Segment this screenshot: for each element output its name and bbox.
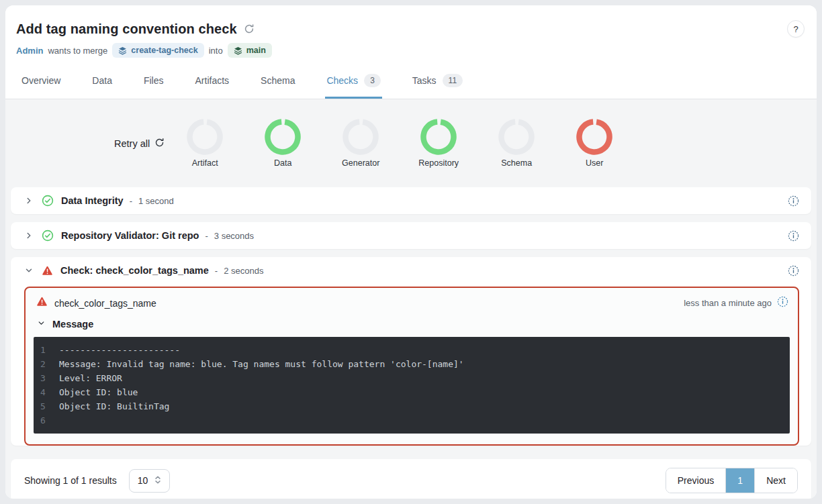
tab-checks[interactable]: Checks 3 — [325, 72, 381, 99]
previous-page-button[interactable]: Previous — [666, 468, 725, 493]
gauge-label: Schema — [501, 158, 532, 168]
retry-row: Retry all Artifact Data Generator — [11, 99, 811, 187]
chevron-right-icon[interactable] — [24, 231, 34, 240]
check-error-panel: check_color_tags_name less than a minute… — [24, 287, 799, 446]
info-icon[interactable] — [788, 230, 799, 242]
error-log-code-block[interactable]: 1----------------------- 2Message: Inval… — [34, 337, 790, 434]
stepper-icon — [154, 475, 161, 487]
line-text: Message: Invalid tag name: blue. Tag nam… — [59, 357, 464, 371]
check-title: Data Integrity — [61, 195, 124, 206]
merge-text: wants to merge — [48, 46, 107, 56]
check-row-header[interactable]: Data Integrity - 1 second — [11, 187, 811, 214]
checks-panel: Retry all Artifact Data Generator — [5, 99, 817, 499]
tab-label: Overview — [21, 75, 60, 86]
message-section-toggle[interactable]: Message — [26, 315, 798, 337]
chevron-down-icon — [37, 318, 46, 330]
page-size-select[interactable]: 10 — [129, 469, 171, 493]
chevron-right-icon[interactable] — [24, 196, 34, 205]
help-button[interactable]: ? — [787, 20, 805, 38]
check-row-data-integrity: Data Integrity - 1 second — [11, 187, 811, 214]
author-link[interactable]: Admin — [16, 46, 43, 56]
line-number: 5 — [40, 399, 51, 413]
info-icon[interactable] — [788, 265, 799, 276]
gauge-artifact[interactable]: Artifact — [166, 119, 244, 168]
gauge-label: Generator — [342, 158, 379, 168]
gauge-schema[interactable]: Schema — [477, 119, 555, 168]
info-icon[interactable] — [788, 195, 799, 207]
line-number: 2 — [40, 357, 51, 371]
check-row-color-tags: Check: check_color_tags_name - 2 seconds… — [11, 257, 811, 446]
progress-ring-icon — [187, 119, 223, 155]
check-duration: 1 second — [138, 196, 174, 206]
tasks-count-badge: 11 — [443, 74, 463, 87]
warning-triangle-icon — [36, 297, 48, 309]
tab-bar: Overview Data Files Artifacts Schema Che… — [5, 72, 817, 99]
line-text: Level: ERROR — [59, 371, 122, 385]
gauge-label: Repository — [418, 158, 459, 168]
line-number: 4 — [40, 385, 51, 399]
gauge-data[interactable]: Data — [244, 119, 322, 168]
line-number: 3 — [40, 371, 51, 385]
tab-label: Checks — [326, 75, 358, 86]
page-header: Add tag naming convention check ? Admin … — [5, 5, 817, 99]
retry-all-button[interactable]: Retry all — [114, 138, 165, 150]
tab-artifacts[interactable]: Artifacts — [194, 72, 231, 99]
line-text: Object ID: blue — [59, 385, 138, 399]
success-check-icon — [42, 230, 54, 242]
tab-files[interactable]: Files — [142, 72, 165, 99]
merge-summary: Admin wants to merge create-tag-check in… — [16, 43, 817, 58]
page-title: Add tag naming convention check — [16, 21, 237, 37]
progress-ring-icon — [265, 119, 301, 155]
code-line: 6 — [34, 413, 790, 427]
layers-icon — [118, 46, 127, 55]
progress-ring-icon — [498, 119, 535, 155]
layers-icon — [234, 46, 242, 55]
gauge-generator[interactable]: Generator — [322, 119, 400, 168]
check-gauges: Artifact Data Generator Repository Schem… — [166, 119, 633, 168]
checks-count-badge: 3 — [364, 74, 381, 87]
chevron-down-icon[interactable] — [24, 266, 34, 275]
tab-label: Files — [144, 75, 164, 86]
code-line: 1----------------------- — [34, 343, 790, 357]
check-title: Check: check_color_tags_name — [60, 265, 209, 276]
line-number: 6 — [40, 413, 51, 427]
check-row-repository-validator: Repository Validator: Git repo - 3 secon… — [11, 222, 811, 249]
target-branch-badge[interactable]: main — [228, 43, 272, 58]
check-title: Repository Validator: Git repo — [61, 230, 199, 241]
gauge-repository[interactable]: Repository — [400, 119, 477, 168]
line-number: 1 — [40, 343, 51, 357]
tab-data[interactable]: Data — [91, 72, 113, 99]
results-count-text: Showing 1 of 1 results — [24, 475, 117, 486]
tab-schema[interactable]: Schema — [259, 72, 296, 99]
message-section-label: Message — [52, 319, 93, 330]
alert-header: check_color_tags_name less than a minute… — [26, 288, 798, 315]
code-line: 5Object ID: BuiltinTag — [34, 399, 790, 413]
pagination: Previous 1 Next — [666, 468, 798, 493]
gauge-user[interactable]: User — [555, 119, 633, 168]
separator: - — [205, 231, 208, 241]
source-branch-label: create-tag-check — [131, 46, 197, 55]
tab-overview[interactable]: Overview — [20, 72, 62, 99]
tab-label: Schema — [261, 75, 295, 86]
source-branch-badge[interactable]: create-tag-check — [112, 43, 203, 58]
gauge-label: Data — [274, 158, 291, 168]
warning-triangle-icon — [42, 266, 53, 276]
success-check-icon — [42, 195, 54, 207]
next-page-button[interactable]: Next — [755, 468, 797, 493]
refresh-icon[interactable] — [244, 23, 255, 34]
current-page-button[interactable]: 1 — [725, 468, 755, 493]
page-size-value: 10 — [138, 475, 148, 486]
refresh-icon — [154, 138, 165, 150]
check-row-header[interactable]: Repository Validator: Git repo - 3 secon… — [11, 222, 811, 249]
check-row-header[interactable]: Check: check_color_tags_name - 2 seconds — [11, 257, 811, 284]
check-duration: 2 seconds — [224, 266, 263, 276]
tab-label: Artifacts — [195, 75, 230, 86]
code-line: 2Message: Invalid tag name: blue. Tag na… — [34, 357, 790, 371]
alert-timestamp: less than a minute ago — [684, 298, 772, 308]
tab-label: Data — [92, 75, 112, 86]
line-text: ----------------------- — [59, 343, 180, 357]
info-icon[interactable] — [777, 296, 788, 310]
tab-tasks[interactable]: Tasks 11 — [411, 72, 464, 99]
tab-label: Tasks — [412, 75, 437, 86]
line-text: Object ID: BuiltinTag — [59, 399, 169, 413]
